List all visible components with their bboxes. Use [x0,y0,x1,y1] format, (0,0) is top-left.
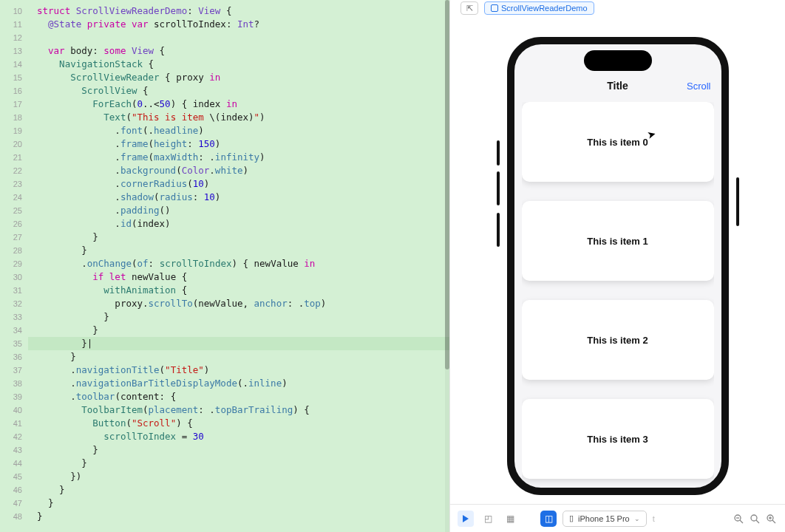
live-preview-button[interactable] [458,511,474,527]
zoom-out-button[interactable] [732,512,745,525]
line-number: 39 [0,390,28,403]
svg-line-2 [740,520,743,523]
line-number: 16 [0,84,28,98]
code-line[interactable]: } [28,457,449,470]
line-number: 41 [0,417,28,430]
line-number: 25 [0,204,28,217]
code-line[interactable]: if let newValue { [28,270,449,284]
variants-button[interactable]: ▦ [502,511,518,527]
code-line[interactable]: withAnimation { [28,284,449,297]
code-line[interactable]: .background(Color.white) [28,164,449,177]
code-line[interactable]: ToolbarItem(placement: .topBarTrailing) … [28,403,449,417]
code-line[interactable]: .cornerRadius(10) [28,177,449,191]
swift-file-icon [491,4,498,12]
line-number: 12 [0,31,28,44]
code-line[interactable]: .navigationBarTitleDisplayMode(.inline) [28,377,449,390]
line-number: 17 [0,98,28,111]
code-line[interactable]: }| [28,337,449,350]
line-number: 36 [0,350,28,364]
line-number: 24 [0,191,28,204]
zoom-controls [732,512,778,525]
zoom-fit-button[interactable] [748,512,761,525]
code-line[interactable]: Text("This is item \(index)") [28,111,449,124]
code-line[interactable]: struct ScrollViewReaderDemo: View { [28,4,449,18]
code-line[interactable]: } [28,231,449,244]
code-line[interactable]: ScrollView { [28,84,449,98]
code-area[interactable]: struct ScrollViewReaderDemo: View { @Sta… [28,0,449,532]
code-line[interactable]: @State private var scrollToIndex: Int? [28,18,449,31]
code-line[interactable]: .frame(maxWidth: .infinity) [28,151,449,164]
line-number: 21 [0,151,28,164]
svg-line-5 [756,520,759,523]
line-number: 40 [0,403,28,417]
code-line[interactable] [28,31,449,44]
code-line[interactable]: } [28,443,449,457]
code-line[interactable]: } [28,324,449,337]
code-line[interactable]: } [28,244,449,257]
code-line[interactable]: .shadow(radius: 10) [28,191,449,204]
pin-icon[interactable]: ⇱ [461,1,478,15]
line-number-gutter: 1011121314151617181920212223242526272829… [0,0,28,532]
code-line[interactable]: ScrollViewReader { proxy in [28,71,449,84]
device-picker-phone-icon: ▯ [569,514,574,523]
list-item[interactable]: This is item 2 [522,300,714,380]
line-number: 20 [0,137,28,151]
code-line[interactable]: .font(.headline) [28,124,449,137]
code-line[interactable]: .id(index) [28,217,449,231]
list-item[interactable]: This is item 3 [522,399,714,479]
code-line[interactable]: var body: some View { [28,44,449,58]
code-line[interactable]: .frame(height: 150) [28,137,449,151]
volume-button-icon [497,213,500,247]
line-number: 43 [0,443,28,457]
nav-title: Title [607,80,628,92]
device-picker-label: iPhone 15 Pro [578,514,630,523]
line-number: 37 [0,364,28,377]
code-line[interactable]: Button("Scroll") { [28,417,449,430]
chevron-down-icon: ⌄ [634,515,640,522]
list-item[interactable]: This is item 1 [522,201,714,281]
line-number: 22 [0,164,28,177]
line-number: 23 [0,177,28,191]
code-line[interactable]: proxy.scrollTo(newValue, anchor: .top) [28,297,449,310]
line-number: 18 [0,111,28,124]
line-number: 44 [0,457,28,470]
device-picker[interactable]: ▯ iPhone 15 Pro ⌄ [563,511,647,527]
line-number: 30 [0,270,28,284]
code-line[interactable]: } [28,510,449,523]
app-scroll-content[interactable]: This is item 0This is item 1This is item… [522,102,714,488]
power-button-icon [736,177,739,226]
selectable-preview-button[interactable]: ◰ [480,511,496,527]
svg-line-7 [772,520,775,523]
line-number: 27 [0,231,28,244]
code-line[interactable]: ForEach(0..<50) { index in [28,98,449,111]
preview-file-name: ScrollViewReaderDemo [501,4,588,13]
code-line[interactable]: .onChange(of: scrollToIndex) { newValue … [28,257,449,270]
code-line[interactable]: .toolbar(content: { [28,390,449,403]
preview-file-chip[interactable]: ScrollViewReaderDemo [484,1,594,15]
line-number: 14 [0,58,28,71]
preview-canvas[interactable]: Title Scroll This is item 0This is item … [450,16,785,504]
code-line[interactable]: } [28,483,449,497]
list-item[interactable]: This is item 0 [522,102,714,182]
line-number: 10 [0,4,28,18]
scroll-button[interactable]: Scroll [687,81,711,92]
code-line[interactable]: .padding() [28,204,449,217]
preview-pane: ⇱ ScrollViewReaderDemo Title Scroll This… [449,0,785,532]
code-editor[interactable]: 1011121314151617181920212223242526272829… [0,0,449,532]
code-line[interactable]: }) [28,470,449,483]
line-number: 33 [0,310,28,324]
code-line[interactable]: } [28,350,449,364]
preview-bottom-bar: ◰ ▦ ◫ ▯ iPhone 15 Pro ⌄ t [450,504,785,532]
code-line[interactable]: NavigationStack { [28,58,449,71]
zoom-in-button[interactable] [764,512,778,525]
code-line[interactable]: .navigationTitle("Title") [28,364,449,377]
device-settings-button[interactable]: ◫ [540,511,557,527]
code-line[interactable]: } [28,310,449,324]
code-line[interactable]: scrollToIndex = 30 [28,430,449,443]
code-line[interactable]: } [28,497,449,510]
line-number: 31 [0,284,28,297]
simulator-device[interactable]: Title Scroll This is item 0This is item … [507,37,729,495]
preview-breadcrumb: ⇱ ScrollViewReaderDemo [450,0,785,16]
line-number: 15 [0,71,28,84]
line-number: 42 [0,430,28,443]
